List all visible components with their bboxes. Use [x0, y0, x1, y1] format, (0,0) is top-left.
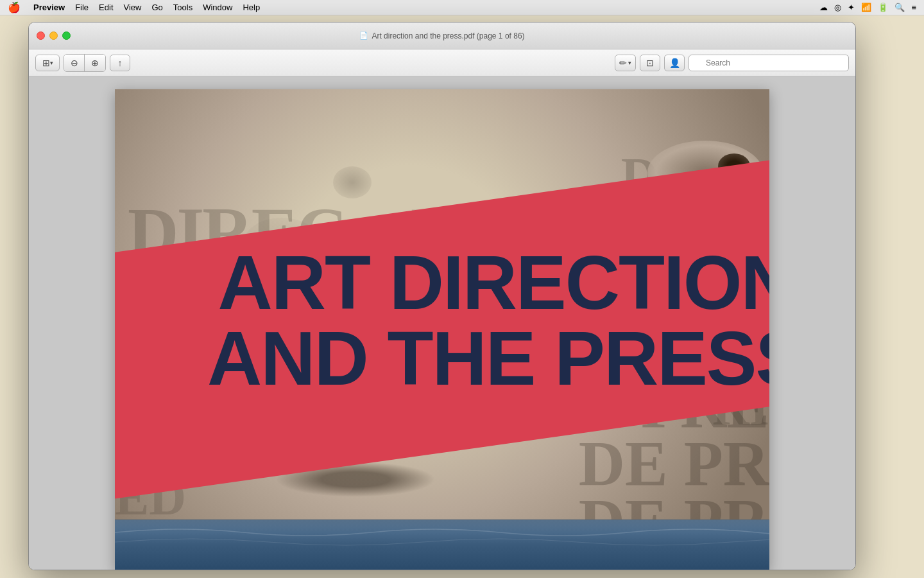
- menubar: 🍎 Preview File Edit View Go Tools Window…: [0, 0, 924, 15]
- wifi-icon: 📶: [861, 3, 871, 12]
- sidebar-dropdown-icon: ▾: [50, 60, 53, 66]
- zoom-in-icon: ⊕: [91, 58, 99, 68]
- search-input[interactable]: [689, 55, 849, 71]
- menu-file[interactable]: File: [75, 3, 89, 12]
- share-icon: ↑: [118, 58, 123, 68]
- menu-view[interactable]: View: [124, 3, 142, 12]
- markup-pen-icon: ✏: [619, 58, 627, 68]
- page-separator: [115, 519, 769, 520]
- close-button[interactable]: [37, 31, 45, 40]
- traffic-lights: [37, 31, 71, 40]
- window-title-text: Art direction and the press.pdf (page 1 …: [372, 31, 524, 40]
- menu-edit[interactable]: Edit: [99, 3, 113, 12]
- zoom-out-icon: ⊖: [71, 58, 78, 68]
- maximize-button[interactable]: [62, 31, 71, 40]
- pdf-ocean: [115, 520, 769, 570]
- menu-help[interactable]: Help: [243, 3, 260, 12]
- minimize-button[interactable]: [49, 31, 58, 40]
- pdf-page: DIREC QUE D JE LA DIRECTION DE PRE DE PR…: [115, 89, 769, 570]
- zoom-in-button[interactable]: ⊕: [85, 55, 105, 71]
- battery-icon: 🔋: [878, 3, 888, 12]
- zoom-out-button[interactable]: ⊖: [64, 55, 85, 71]
- user-icon: 👤: [669, 58, 680, 68]
- pdf-background: DIREC QUE D JE LA DIRECTION DE PRE DE PR…: [115, 89, 769, 570]
- zoom-controls: ⊖ ⊕: [64, 54, 106, 72]
- titlebar: 📄 Art direction and the press.pdf (page …: [29, 22, 855, 49]
- menubar-right: ☁ ◎ ✦ 📶 🔋 🔍 ≡: [819, 3, 916, 12]
- menu-window[interactable]: Window: [203, 3, 232, 12]
- face-nose: [333, 166, 372, 198]
- search-wrapper: 🔍: [689, 55, 849, 71]
- toolbar: ⊞ ▾ ⊖ ⊕ ↑ ✏ ▾ ⊡ 👤: [29, 49, 855, 76]
- pdf-icon: 📄: [359, 31, 368, 40]
- markup-dropdown-icon: ▾: [628, 60, 631, 66]
- copy-button[interactable]: ⊡: [640, 55, 660, 71]
- markup-button[interactable]: ✏ ▾: [615, 55, 636, 71]
- cloud-icon: ☁: [819, 3, 828, 12]
- star-icon: ✦: [848, 3, 855, 12]
- share-button[interactable]: ↑: [110, 55, 130, 71]
- pdf-content-area[interactable]: DIREC QUE D JE LA DIRECTION DE PRE DE PR…: [29, 76, 855, 570]
- app-name[interactable]: Preview: [33, 3, 65, 12]
- apple-menu[interactable]: 🍎: [8, 1, 21, 13]
- book-title-text: ART DIRECTION AND THE PRESS: [182, 245, 769, 396]
- circle-icon: ◎: [834, 3, 841, 12]
- search-menubar-icon[interactable]: 🔍: [894, 3, 905, 12]
- menu-go[interactable]: Go: [151, 3, 162, 12]
- sidebar-toggle-button[interactable]: ⊞ ▾: [35, 55, 60, 71]
- menu-tools[interactable]: Tools: [173, 3, 193, 12]
- copy-icon: ⊡: [646, 58, 654, 68]
- preview-window: 📄 Art direction and the press.pdf (page …: [28, 22, 856, 570]
- sidebar-icon: ⊞: [42, 58, 50, 68]
- window-title: 📄 Art direction and the press.pdf (page …: [359, 31, 524, 40]
- menu-list-icon[interactable]: ≡: [911, 3, 916, 12]
- user-button[interactable]: 👤: [664, 55, 685, 71]
